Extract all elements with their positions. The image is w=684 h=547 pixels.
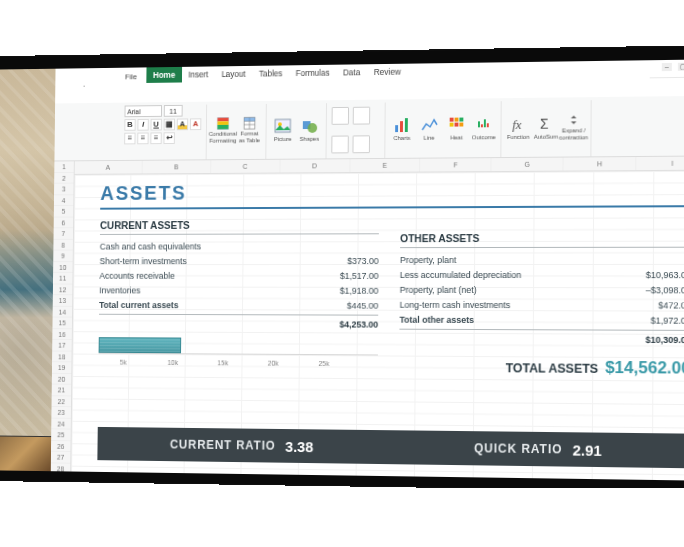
current-ratio-label: CURRENT RATIO	[170, 438, 276, 453]
total-row: $10,309.00	[399, 329, 684, 348]
subtotal-row: Total current assets $445.00	[99, 297, 378, 312]
align-group-icon[interactable]	[332, 106, 349, 124]
border-button[interactable]: ▦	[164, 119, 175, 131]
font-size-select[interactable]: 11	[164, 105, 183, 117]
align-group-icon[interactable]	[352, 135, 369, 153]
line-item: Short-term investments$373.00	[100, 253, 379, 268]
svg-rect-21	[459, 123, 463, 127]
line-item: Property, plant (net)–$3,098.00	[400, 282, 684, 298]
svg-rect-19	[450, 123, 454, 127]
fill-color-button[interactable]: A	[177, 118, 188, 130]
format-as-table-button[interactable]: Format as Table	[238, 117, 261, 145]
svg-rect-16	[450, 118, 454, 122]
svg-rect-15	[405, 118, 408, 132]
insert-picture-button[interactable]: Picture	[271, 116, 294, 144]
svg-rect-14	[400, 121, 403, 132]
maximize-button[interactable]: ▢	[678, 63, 684, 71]
current-ratio-value: 3.38	[285, 437, 313, 454]
tab-layout[interactable]: Layout	[215, 66, 253, 82]
tab-tables[interactable]: Tables	[252, 65, 289, 81]
ribbon: Arial 11 B I U ▦ A A ≡	[54, 96, 684, 162]
tab-review[interactable]: Review	[367, 64, 408, 80]
wrap-text-button[interactable]: ↩	[163, 132, 174, 144]
svg-rect-3	[217, 125, 228, 129]
line-item: Long-term cash investments$472.00	[400, 297, 684, 313]
autosum-button[interactable]: Σ AutoSum	[534, 114, 558, 142]
svg-rect-25	[487, 123, 489, 127]
align-right-button[interactable]: ≡	[150, 132, 161, 144]
svg-rect-24	[484, 119, 486, 127]
function-button[interactable]: fx Function	[506, 114, 530, 142]
line-item: Cash and cash equivalents	[100, 238, 379, 253]
tab-home[interactable]: Home	[146, 67, 181, 83]
svg-rect-9	[275, 119, 290, 132]
sparkline-line-button[interactable]: Line	[417, 115, 441, 143]
font-color-button[interactable]: A	[190, 118, 201, 130]
align-group-icon[interactable]	[331, 135, 348, 153]
svg-rect-18	[459, 118, 463, 122]
line-item: Property, plant	[400, 252, 684, 267]
svg-rect-17	[455, 118, 459, 122]
svg-rect-22	[478, 121, 480, 127]
section-header-current: CURRENT ASSETS	[100, 218, 379, 235]
quick-ratio-value: 2.91	[572, 441, 601, 459]
grand-total: TOTAL ASSETS $14,562.00	[399, 356, 684, 378]
align-left-button[interactable]: ≡	[124, 133, 135, 145]
quick-ratio-label: QUICK RATIO	[474, 441, 563, 456]
line-item: Inventories$1,918.00	[99, 283, 378, 298]
align-group-icon[interactable]	[353, 106, 370, 124]
subtotal-row: Total other assets $1,972.00	[399, 312, 684, 328]
line-item: Accounts receivable$1,517.00	[99, 268, 378, 283]
svg-rect-2	[218, 121, 229, 125]
file-menu[interactable]: File	[122, 70, 140, 83]
taskbar-thumbnail[interactable]	[0, 435, 51, 471]
font-name-select[interactable]: Arial	[125, 105, 163, 117]
align-center-button[interactable]: ≡	[137, 133, 148, 145]
svg-rect-8	[244, 117, 255, 121]
svg-rect-23	[481, 124, 483, 127]
bold-button[interactable]: B	[124, 119, 135, 131]
section-header-other: OTHER ASSETS	[400, 232, 684, 249]
sparkline-outcome-button[interactable]: Outcome	[472, 114, 496, 142]
charts-button[interactable]: Charts	[390, 115, 413, 143]
svg-rect-1	[218, 118, 229, 122]
tab-insert[interactable]: Insert	[182, 66, 215, 82]
conditional-formatting-button[interactable]: Conditional Formatting	[211, 117, 234, 145]
insert-shapes-button[interactable]: Shapes	[298, 116, 321, 144]
svg-text:Σ: Σ	[540, 116, 549, 132]
italic-button[interactable]: I	[137, 119, 148, 131]
tab-data[interactable]: Data	[336, 64, 367, 80]
assets-bar-chart: 5k10k15k20k25k	[98, 337, 378, 367]
svg-rect-13	[395, 125, 398, 132]
spreadsheet-window: Paste ✂Cut ⧉Copy 🖌Form. – ▢ ✕ File Home …	[51, 59, 684, 480]
tab-formulas[interactable]: Formulas	[289, 65, 336, 81]
total-row: $4,253.00	[99, 314, 378, 332]
svg-rect-20	[455, 123, 459, 127]
sparkline-heat-button[interactable]: Heat	[445, 115, 469, 143]
expand-collapse-button[interactable]: Expand / contraction	[562, 113, 586, 141]
line-item: Less accumulated depreciation$10,963.00	[400, 267, 684, 282]
sheet-title: ASSETS	[100, 179, 684, 210]
minimize-button[interactable]: –	[662, 63, 672, 71]
underline-button[interactable]: U	[151, 119, 162, 131]
svg-text:fx: fx	[512, 118, 522, 132]
